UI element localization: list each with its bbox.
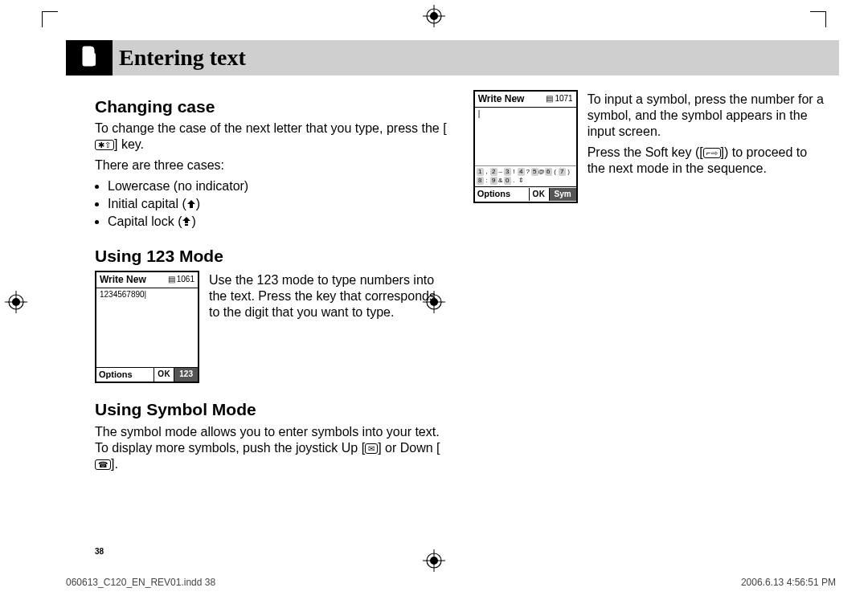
ps-title: Write New [478,93,525,105]
ps-body: | 1, 2– 3! 4? 5@ 6( 7) 8: 9& 0. ⇕ [475,108,576,186]
ps-ok: OK [529,188,550,202]
doc-icon: ▤ [168,275,175,285]
page-content: Entering text Changing case To change th… [66,40,839,556]
phone-screen-123: Write New ▤1061 1234567890| Options OK 1… [95,271,199,384]
ps-title: Write New [100,274,146,286]
phone-screen-sym: Write New ▤1071 | 1, 2– 3! 4? 5@ 6( 7) [473,90,578,203]
updown-icon: ⇕ [518,177,525,185]
case-li-initial: Initial capital () [108,196,449,212]
page-title: Entering text [119,45,246,71]
crop-mark-top-right [802,11,826,27]
case-li-lowercase: Lowercase (no indicator) [108,178,449,194]
print-footer: 060613_C120_EN_REV01.indd 38 2006.6.13 4… [66,577,836,588]
ps-mode-sym: Sym [550,188,576,202]
symbol-keys-row: 1, 2– 3! 4? 5@ 6( 7) 8: 9& 0. ⇕ [475,165,576,186]
ps-options: Options [475,187,529,202]
doc-icon: ▤ [546,94,553,104]
star-key-icon: ✱⇧ [95,140,114,150]
heading-changing-case: Changing case [95,96,449,117]
heading-symbol-mode: Using Symbol Mode [95,399,449,420]
left-column: Changing case To change the case of the … [95,90,449,477]
joystick-up-icon: ✉ [365,443,378,454]
ps-counter: 1061 [177,275,194,285]
case-list: Lowercase (no indicator) Initial capital… [95,178,449,230]
right-column: Write New ▤1071 | 1, 2– 3! 4? 5@ 6( 7) [473,90,828,477]
registration-mark-top [423,5,445,27]
registration-mark-left [5,291,27,313]
ps-counter: 1071 [555,94,572,104]
symbol-para-2: Press the Soft key ([⌐⇨]) to proceed to … [588,145,828,177]
soft-key-icon: ⌐⇨ [703,148,721,158]
svg-rect-18 [185,224,188,226]
svg-rect-17 [83,47,91,53]
ps-body: 1234567890| [96,288,198,367]
footer-timestamp: 2006.6.13 4:56:51 PM [741,577,836,588]
shift-icon [186,196,196,212]
symbol-mode-p1: The symbol mode allows you to enter symb… [95,424,449,472]
changing-case-p2: There are three cases: [95,157,449,173]
case-li-capslock: Capital lock () [108,214,449,230]
page-number: 38 [95,547,104,556]
text-input-icon [80,45,99,71]
ps-options: Options [96,368,154,382]
symbol-para-1: To input a symbol, press the number for … [588,92,828,140]
joystick-down-icon: ☎ [95,459,111,470]
123-mode-para: Use the 123 mode to type numbers into th… [209,272,449,320]
crop-mark-top-left [42,11,66,27]
header-band: Entering text [66,40,839,76]
ps-mode-123: 123 [174,368,198,382]
svg-rect-16 [83,53,96,66]
header-icon-box [66,40,113,76]
changing-case-p1: To change the case of the next letter th… [95,120,449,153]
heading-123-mode: Using 123 Mode [95,246,449,267]
capslock-icon [182,214,191,230]
footer-file: 060613_C120_EN_REV01.indd 38 [66,577,215,588]
ps-ok: OK [154,368,174,382]
